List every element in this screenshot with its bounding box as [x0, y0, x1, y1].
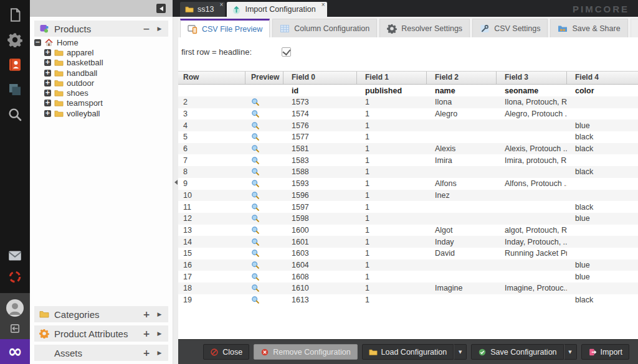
tab-import-configuration[interactable]: Import Configuration × [227, 2, 326, 17]
save-configuration-dropdown[interactable]: ▼ [564, 344, 577, 360]
tree-item-teamsport[interactable]: +teamsport [34, 98, 168, 108]
magnifier-icon[interactable] [251, 249, 260, 258]
table-row[interactable]: 415761blue [178, 119, 638, 131]
table-row[interactable]: 1015961Inez [178, 190, 638, 202]
column-header-row[interactable]: Row [178, 72, 245, 84]
accordion-categories[interactable]: Categories+▶ [34, 306, 168, 322]
magnifier-icon[interactable] [251, 110, 260, 118]
column-header-field-3[interactable]: Field 3 [497, 72, 567, 84]
load-configuration-button[interactable]: Load Configuration [362, 344, 454, 360]
load-configuration-dropdown[interactable]: ▼ [454, 344, 467, 360]
table-row[interactable]: 1916131black [178, 294, 638, 306]
magnifier-icon[interactable] [251, 226, 260, 235]
tree-item-volleyball[interactable]: +volleyball [34, 108, 168, 118]
search-icon[interactable] [7, 107, 22, 122]
table-row[interactable]: 1215981blue [178, 213, 638, 225]
logout-icon[interactable] [9, 323, 21, 334]
accordion-assets[interactable]: Assets+▶ [34, 345, 168, 361]
table-row[interactable]: 915931AlfonsAlfons, Protouch ... [178, 178, 638, 190]
column-header-preview[interactable]: Preview [245, 72, 283, 84]
refresh-icon[interactable] [7, 269, 22, 284]
magnifier-icon[interactable] [251, 296, 260, 304]
add-button[interactable]: + [142, 329, 151, 338]
file-icon[interactable] [7, 7, 22, 22]
table-row[interactable]: 1516031DavidRunning Jacket Pr... [178, 248, 638, 259]
magnifier-icon[interactable] [251, 133, 260, 141]
gear-icon[interactable] [7, 32, 22, 47]
products-expand-arrow[interactable]: ▶ [156, 26, 163, 32]
expand-expander-icon[interactable]: + [44, 80, 51, 86]
table-row[interactable]: 1816101ImagineImagine, Protouc... [178, 282, 638, 294]
splitter-collapse-icon[interactable] [174, 180, 178, 185]
tree-item-handball[interactable]: +handball [34, 68, 168, 78]
first-row-headline-checkbox[interactable] [282, 47, 291, 57]
add-button[interactable]: + [142, 348, 151, 358]
subtab-csv-file-preview[interactable]: CSV File Preview [180, 19, 270, 37]
subtab-resolver-settings[interactable]: Resolver Settings [379, 19, 470, 37]
tab-ss13[interactable]: ss13 × [180, 2, 225, 17]
column-header-field-2[interactable]: Field 2 [427, 72, 497, 84]
tree-item-home[interactable]: −Home [34, 37, 168, 47]
magnifier-icon[interactable] [251, 203, 260, 212]
subtab-csv-settings[interactable]: CSV Settings [472, 19, 548, 37]
subtab-column-configuration[interactable]: Column Configuration [272, 19, 377, 37]
expand-expander-icon[interactable]: + [44, 49, 51, 56]
import-button[interactable]: Import [581, 344, 629, 360]
expand-expander-icon[interactable]: + [44, 90, 51, 96]
magnifier-icon[interactable] [251, 238, 260, 246]
expand-arrow[interactable]: ▶ [156, 311, 163, 317]
magnifier-icon[interactable] [251, 98, 260, 106]
collapse-expander-icon[interactable]: − [34, 39, 41, 46]
table-row[interactable]: 715831ImiraImira, protouch, R... [178, 154, 638, 166]
close-icon[interactable]: × [321, 2, 325, 8]
magnifier-icon[interactable] [251, 191, 260, 200]
expand-expander-icon[interactable]: + [44, 70, 51, 77]
magnifier-icon[interactable] [251, 144, 260, 153]
magnifier-icon[interactable] [251, 156, 260, 165]
tree-item-basketball[interactable]: +basketball [34, 58, 168, 68]
table-row[interactable]: 1716081blue [178, 271, 638, 282]
magnifier-icon[interactable] [251, 167, 260, 176]
panel-splitter[interactable] [173, 17, 178, 364]
save-configuration-button[interactable]: Save Configuration [471, 344, 563, 360]
table-row[interactable]: 315741AlegroAlegro, Protouch ... [178, 108, 638, 120]
table-row[interactable]: 615811AlexisAlexis, Protouch ...black [178, 143, 638, 155]
table-row[interactable]: 1616041blue [178, 259, 638, 271]
expand-expander-icon[interactable]: + [44, 59, 51, 66]
magnifier-icon[interactable] [251, 121, 260, 130]
column-header-field-0[interactable]: Field 0 [283, 72, 357, 84]
expand-expander-icon[interactable]: + [44, 100, 51, 106]
add-button[interactable]: + [142, 309, 151, 319]
magnifier-icon[interactable] [251, 284, 260, 292]
table-row[interactable]: 515771black [178, 131, 638, 143]
table-row[interactable]: 215731IlonaIlona, Protouch, R... [178, 96, 638, 108]
avatar[interactable] [6, 299, 24, 317]
subtab-save-share[interactable]: Save & Share [550, 19, 627, 37]
accordion-product-attributes[interactable]: Product Attributes+▶ [34, 325, 168, 342]
table-row[interactable]: 815881black [178, 166, 638, 178]
contacts-icon[interactable] [7, 57, 22, 72]
panel-collapse-button[interactable] [156, 4, 166, 13]
column-header-field-4[interactable]: Field 4 [567, 72, 638, 84]
products-panel-header[interactable]: Products − ▶ [34, 21, 168, 37]
table-row[interactable]: 1115971black [178, 201, 638, 213]
magnifier-icon[interactable] [251, 214, 260, 223]
products-collapse-button[interactable]: − [142, 24, 151, 34]
archive-icon[interactable] [7, 82, 22, 97]
expand-arrow[interactable]: ▶ [156, 330, 163, 337]
column-header-field-1[interactable]: Field 1 [357, 72, 427, 84]
tree-item-outdoor[interactable]: +outdoor [34, 78, 168, 88]
expand-arrow[interactable]: ▶ [156, 350, 163, 356]
magnifier-icon[interactable] [251, 261, 260, 269]
close-icon[interactable]: × [220, 2, 224, 8]
table-row[interactable]: 1316001Algotalgot, Protouch, R... [178, 225, 638, 236]
table-headline-values-row[interactable]: idpublishednameseonamecolor [178, 85, 638, 96]
magnifier-icon[interactable] [251, 179, 260, 188]
tree-item-apparel[interactable]: +apparel [34, 47, 168, 57]
tree-item-shoes[interactable]: +shoes [34, 88, 168, 98]
pimcore-logo-block[interactable]: ∞ [0, 339, 30, 364]
magnifier-icon[interactable] [251, 273, 260, 281]
close-button[interactable]: Close [203, 344, 249, 360]
expand-expander-icon[interactable]: + [44, 110, 51, 117]
mail-icon[interactable] [7, 248, 22, 263]
